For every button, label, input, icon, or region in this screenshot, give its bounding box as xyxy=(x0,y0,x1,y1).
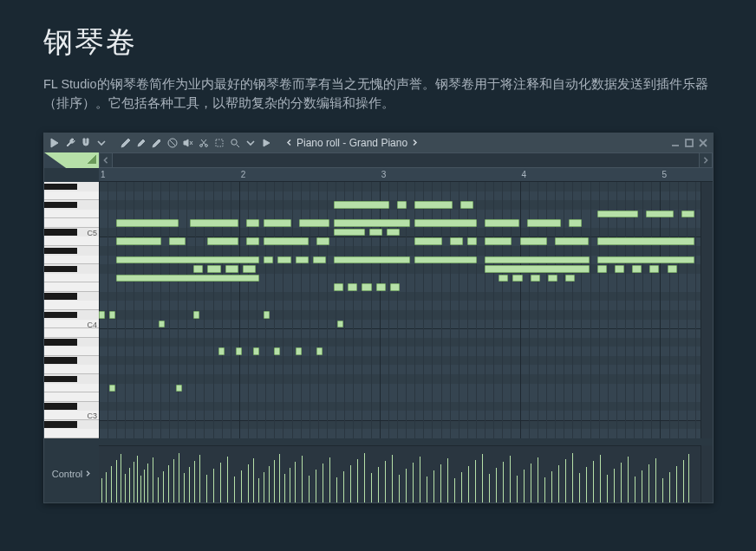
velocity-bar[interactable] xyxy=(302,456,303,502)
velocity-bar[interactable] xyxy=(264,472,264,502)
velocity-bar[interactable] xyxy=(399,475,400,502)
midi-note[interactable] xyxy=(512,275,522,282)
velocity-bar[interactable] xyxy=(241,470,242,502)
midi-note[interactable] xyxy=(246,237,259,245)
velocity-bar[interactable] xyxy=(676,466,677,502)
magnet-icon[interactable] xyxy=(79,136,93,150)
velocity-bar[interactable] xyxy=(206,475,207,502)
velocity-bar[interactable] xyxy=(125,474,126,502)
black-key[interactable] xyxy=(44,312,77,318)
velocity-bar[interactable] xyxy=(482,454,483,502)
white-key[interactable] xyxy=(44,218,99,228)
select-icon[interactable] xyxy=(212,136,226,150)
velocity-bar[interactable] xyxy=(106,472,107,502)
midi-note[interactable] xyxy=(362,283,371,291)
white-key[interactable] xyxy=(44,274,99,283)
velocity-bar[interactable] xyxy=(336,477,337,502)
midi-note[interactable] xyxy=(243,265,256,273)
midi-note[interactable] xyxy=(632,265,642,273)
white-key[interactable] xyxy=(44,301,99,310)
velocity-bar[interactable] xyxy=(184,473,185,502)
midi-note[interactable] xyxy=(485,219,518,227)
velocity-bar[interactable] xyxy=(531,463,531,502)
velocity-bar[interactable] xyxy=(323,463,323,502)
velocity-bar[interactable] xyxy=(116,460,117,502)
velocity-bar[interactable] xyxy=(558,465,559,502)
velocity-bar[interactable] xyxy=(357,459,358,502)
velocity-bar[interactable] xyxy=(565,459,566,502)
control-lane-button[interactable]: Control xyxy=(44,445,99,502)
white-key[interactable] xyxy=(44,392,99,402)
black-key[interactable] xyxy=(44,293,77,299)
velocity-bar[interactable] xyxy=(364,453,365,502)
midi-note[interactable] xyxy=(485,256,589,264)
playback-icon[interactable] xyxy=(259,136,273,150)
midi-note[interactable] xyxy=(531,275,540,282)
velocity-bar[interactable] xyxy=(642,470,642,502)
velocity-bar[interactable] xyxy=(385,461,386,502)
midi-note[interactable] xyxy=(334,283,343,291)
velocity-bar[interactable] xyxy=(158,477,159,502)
velocity-bar[interactable] xyxy=(309,476,310,502)
velocity-bar[interactable] xyxy=(189,467,190,502)
midi-note[interactable] xyxy=(597,211,639,218)
minimize-button[interactable] xyxy=(669,137,681,149)
white-key[interactable] xyxy=(44,365,99,374)
midi-note[interactable] xyxy=(460,201,473,209)
midi-note[interactable] xyxy=(548,275,557,282)
midi-note[interactable] xyxy=(376,283,386,291)
velocity-bar[interactable] xyxy=(688,454,689,502)
midi-note[interactable] xyxy=(116,275,259,282)
velocity-bar[interactable] xyxy=(147,463,148,502)
midi-note[interactable] xyxy=(316,347,323,355)
velocity-bar[interactable] xyxy=(600,455,601,502)
velocity-bar[interactable] xyxy=(503,462,504,502)
maximize-button[interactable] xyxy=(683,137,695,149)
corner-handle[interactable] xyxy=(44,152,99,168)
velocity-bar[interactable] xyxy=(461,472,462,502)
midi-note[interactable] xyxy=(369,229,382,237)
black-key[interactable] xyxy=(44,248,77,254)
velocity-bar[interactable] xyxy=(279,454,280,502)
close-button[interactable] xyxy=(697,137,709,149)
velocity-bar[interactable] xyxy=(163,471,164,502)
velocity-bar[interactable] xyxy=(371,473,372,502)
window-title-bar[interactable]: Piano roll - Grand Piano xyxy=(285,137,419,149)
midi-note[interactable] xyxy=(450,237,463,245)
velocity-bar[interactable] xyxy=(199,455,200,502)
midi-note[interactable] xyxy=(337,321,343,328)
midi-note[interactable] xyxy=(264,311,270,319)
cut-icon[interactable] xyxy=(197,136,211,150)
midi-note[interactable] xyxy=(264,256,273,264)
velocity-bar[interactable] xyxy=(420,457,420,502)
velocity-bar[interactable] xyxy=(234,476,235,502)
velocity-bar[interactable] xyxy=(137,456,138,502)
midi-note[interactable] xyxy=(159,321,165,328)
velocity-bar[interactable] xyxy=(253,458,254,502)
midi-note[interactable] xyxy=(414,201,453,209)
velocity-bar[interactable] xyxy=(621,463,622,502)
midi-note[interactable] xyxy=(390,283,400,291)
brush2-icon[interactable] xyxy=(150,136,164,150)
midi-note[interactable] xyxy=(334,201,389,209)
velocity-bar[interactable] xyxy=(129,468,130,502)
velocity-bar[interactable] xyxy=(213,469,214,502)
velocity-bar[interactable] xyxy=(510,456,511,502)
timeline-scrollbar[interactable] xyxy=(113,152,699,168)
velocity-bar[interactable] xyxy=(274,460,275,502)
pencil-icon[interactable] xyxy=(119,136,133,150)
velocity-bar[interactable] xyxy=(168,465,169,502)
mute-icon[interactable] xyxy=(181,136,195,150)
midi-note[interactable] xyxy=(348,283,357,291)
wrench-icon[interactable] xyxy=(63,136,77,150)
black-key[interactable] xyxy=(44,184,77,190)
midi-note[interactable] xyxy=(264,219,290,227)
velocity-bar[interactable] xyxy=(489,474,490,502)
velocity-bar[interactable] xyxy=(614,469,615,502)
velocity-bar[interactable] xyxy=(248,464,249,502)
midi-note[interactable] xyxy=(190,219,238,227)
velocity-bar[interactable] xyxy=(433,470,434,502)
velocity-bar[interactable] xyxy=(121,454,121,502)
midi-note[interactable] xyxy=(527,219,561,227)
bar-ruler[interactable]: 12345 xyxy=(99,168,713,182)
